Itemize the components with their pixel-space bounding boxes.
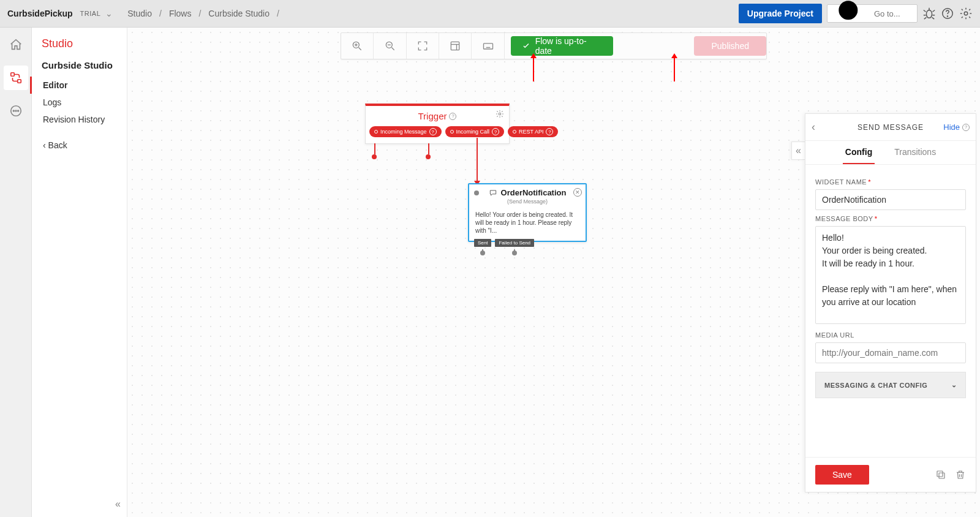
zoom-in-icon[interactable] (341, 33, 374, 59)
svg-rect-26 (451, 42, 459, 50)
svg-line-24 (391, 48, 394, 50)
project-dropdown-icon[interactable]: ⌄ (105, 9, 113, 18)
svg-line-4 (924, 10, 926, 12)
messaging-chat-config-accordion[interactable]: MESSAGING & CHAT CONFIG ⌄ (815, 372, 966, 398)
trigger-pill-incoming-call[interactable]: Incoming Call? (445, 126, 505, 137)
trash-icon[interactable] (955, 469, 966, 480)
help-icon[interactable]: ? (449, 113, 456, 120)
sidebar-collapse-icon[interactable]: « (115, 499, 121, 510)
panel-icon[interactable] (439, 33, 472, 59)
search-input-wrap[interactable] (827, 4, 918, 23)
trigger-pill-rest-api[interactable]: REST API? (508, 126, 558, 137)
svg-point-0 (839, 1, 858, 20)
node-subtitle: (Send Message) (469, 198, 586, 208)
flow-edge (477, 138, 478, 172)
breadcrumb-sep: / (159, 9, 162, 18)
panel-title: SEND MESSAGE (858, 123, 924, 132)
trigger-pill-incoming-message[interactable]: Incoming Message? (369, 126, 442, 137)
annotation-arrow (533, 57, 534, 81)
svg-point-17 (15, 110, 17, 111)
port-dot[interactable] (426, 154, 431, 159)
more-icon[interactable] (4, 99, 28, 123)
panel-back-icon[interactable]: ‹ (812, 121, 815, 134)
flow-icon[interactable] (4, 66, 28, 90)
svg-rect-29 (483, 43, 492, 49)
properties-panel: ‹ SEND MESSAGE Hide? Config Transitions … (805, 113, 976, 492)
widget-name-input[interactable] (815, 189, 966, 210)
panel-hide-link[interactable]: Hide? (943, 123, 970, 132)
svg-point-18 (17, 110, 18, 111)
debug-icon[interactable] (922, 7, 936, 20)
flow-edge (477, 172, 478, 182)
keyboard-icon[interactable] (472, 33, 504, 59)
breadcrumb-0[interactable]: Studio (127, 9, 152, 18)
page-title: Studio (32, 37, 127, 60)
accordion-label: MESSAGING & CHAT CONFIG (824, 382, 927, 389)
svg-line-5 (933, 10, 935, 12)
flow-name: Curbside Studio (32, 60, 127, 77)
breadcrumb-sep: / (198, 9, 201, 18)
media-url-input[interactable] (815, 342, 966, 363)
node-port-sent[interactable]: Sent (474, 239, 491, 247)
fullscreen-icon[interactable] (407, 33, 439, 59)
tab-config[interactable]: Config (843, 141, 875, 164)
flow-status-label: Flow is up-to-date (535, 36, 603, 56)
svg-point-2 (926, 10, 932, 18)
zoom-out-icon[interactable] (374, 33, 406, 59)
port-line (428, 143, 429, 154)
trigger-node[interactable]: Trigger? Incoming Message? Incoming Call… (365, 104, 510, 144)
help-icon[interactable] (941, 7, 954, 20)
svg-line-20 (359, 48, 361, 50)
send-message-node[interactable]: OrderNotification ✕ (Send Message) Hello… (468, 183, 587, 242)
duplicate-icon[interactable] (935, 469, 946, 480)
svg-point-12 (964, 12, 968, 15)
home-icon[interactable] (4, 32, 28, 57)
panel-hide-label: Hide (943, 123, 960, 132)
sidebar-item-editor[interactable]: Editor (30, 77, 127, 94)
node-handle[interactable] (474, 191, 479, 195)
sidebar-item-logs[interactable]: Logs (32, 94, 127, 111)
sidebar: Studio Curbside Studio Editor Logs Revis… (32, 28, 127, 517)
publish-status-label: Published (711, 41, 749, 51)
trigger-pill-label: REST API (519, 129, 543, 135)
trigger-title: Trigger (418, 111, 447, 121)
svg-line-9 (932, 17, 935, 19)
chevron-down-icon: ⌄ (951, 381, 957, 389)
svg-rect-38 (937, 471, 943, 477)
tab-transitions[interactable]: Transitions (892, 141, 938, 164)
gear-icon[interactable] (959, 7, 973, 20)
port-dot[interactable] (372, 154, 377, 159)
publish-status[interactable]: Published (694, 36, 766, 56)
trigger-pill-label: Incoming Call (456, 129, 490, 135)
canvas[interactable]: Flow is up-to-date Published Trigger? In… (127, 28, 980, 517)
breadcrumb-2[interactable]: Curbside Studio (208, 9, 270, 18)
svg-point-11 (947, 16, 948, 17)
canvas-toolbar: Flow is up-to-date Published (341, 32, 767, 59)
back-label: Back (48, 140, 67, 150)
svg-line-8 (924, 17, 927, 19)
search-input[interactable] (874, 9, 912, 18)
breadcrumb-1[interactable]: Flows (169, 9, 192, 18)
field-label-body: MESSAGE BODY* (815, 215, 966, 222)
node-port-failed[interactable]: Failed to Send (495, 239, 534, 247)
back-link[interactable]: ‹ Back (32, 133, 127, 157)
sidebar-item-revision-history[interactable]: Revision History (32, 111, 127, 128)
node-preview: Hello! Your order is being created. It w… (469, 208, 586, 241)
svg-rect-13 (10, 73, 14, 77)
message-body-input[interactable] (815, 226, 966, 324)
node-close-icon[interactable]: ✕ (573, 188, 582, 197)
help-icon[interactable]: ? (429, 128, 437, 135)
help-icon[interactable]: ? (492, 128, 499, 135)
rpanel-expand-icon[interactable]: « (791, 142, 805, 160)
svg-rect-14 (17, 80, 21, 83)
project-name: CurbsidePickup (7, 9, 73, 18)
help-icon[interactable]: ? (962, 124, 970, 131)
help-icon[interactable]: ? (546, 128, 553, 135)
upgrade-project-button[interactable]: Upgrade Project (739, 4, 822, 23)
trigger-settings-icon[interactable] (496, 110, 504, 120)
svg-line-1 (856, 18, 864, 26)
svg-point-16 (13, 110, 14, 111)
field-label-widget: WIDGET NAME* (815, 178, 966, 186)
node-name: OrderNotification (501, 188, 567, 197)
save-button[interactable]: Save (815, 465, 869, 485)
